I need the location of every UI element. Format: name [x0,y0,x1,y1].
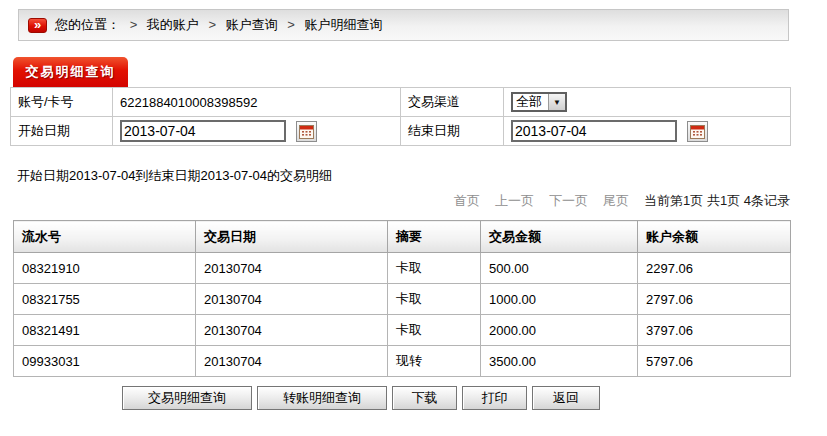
table-cell: 20130704 [196,284,388,315]
table-cell: 5797.06 [638,346,791,377]
table-cell: 卡取 [388,253,481,284]
form-row-account-channel: 账号/卡号 6221884010008398592 交易渠道 全部 ▼ [11,88,791,117]
table-row: 0832191020130704卡取500.002297.06 [14,253,791,284]
channel-selected-value: 全部 [513,94,548,110]
pagination-first-link[interactable]: 首页 [454,192,480,210]
table-cell: 20130704 [196,315,388,346]
table-row: 0832149120130704卡取2000.003797.06 [14,315,791,346]
breadcrumb-item-my-account[interactable]: 我的账户 [147,17,199,32]
start-date-label: 开始日期 [11,117,113,146]
download-button[interactable]: 下载 [392,386,457,410]
table-cell: 500.00 [481,253,638,284]
table-cell: 20130704 [196,346,388,377]
pagination: 首页 上一页 下一页 尾页 当前第1页 共1页 4条记录 [439,192,790,210]
pagination-last-link[interactable]: 尾页 [603,192,629,210]
pagination-prev-link[interactable]: 上一页 [495,192,534,210]
double-chevron-icon: » [28,18,47,33]
account-number-label: 账号/卡号 [11,88,113,117]
breadcrumb-text: 您的位置： > 我的账户 > 账户查询 > 账户明细查询 [55,16,389,34]
table-cell: 2297.06 [638,253,791,284]
table-cell: 08321755 [14,284,196,315]
breadcrumb: » 您的位置： > 我的账户 > 账户查询 > 账户明细查询 [18,9,789,41]
breadcrumb-item-account-detail-query: 账户明细查询 [305,17,383,32]
breadcrumb-item-account-query[interactable]: 账户查询 [226,17,278,32]
table-header-row: 流水号 交易日期 摘要 交易金额 账户余额 [14,221,791,253]
transaction-table: 流水号 交易日期 摘要 交易金额 账户余额 0832191020130704卡取… [13,220,791,377]
header-serial-number: 流水号 [14,221,196,253]
print-button[interactable]: 打印 [462,386,527,410]
breadcrumb-location-label: 您的位置： [55,17,120,32]
table-cell: 3797.06 [638,315,791,346]
header-abstract: 摘要 [388,221,481,253]
table-cell: 卡取 [388,315,481,346]
header-transaction-date: 交易日期 [196,221,388,253]
breadcrumb-separator: > [208,17,216,32]
table-row: 0832175520130704卡取1000.002797.06 [14,284,791,315]
table-cell: 08321491 [14,315,196,346]
pagination-next-link[interactable]: 下一页 [549,192,588,210]
calendar-icon [299,124,314,139]
action-button-row: 交易明细查询 转账明细查询 下载 打印 返回 [122,386,600,410]
transaction-detail-query-button[interactable]: 交易明细查询 [122,386,252,410]
table-cell: 现转 [388,346,481,377]
table-cell: 1000.00 [481,284,638,315]
pagination-status: 当前第1页 共1页 4条记录 [644,192,790,210]
table-row: 0993303120130704现转3500.005797.06 [14,346,791,377]
transfer-detail-query-button[interactable]: 转账明细查询 [257,386,387,410]
end-date-calendar-button[interactable] [687,121,708,142]
form-row-dates: 开始日期 结束日期 [11,117,791,146]
table-cell: 08321910 [14,253,196,284]
query-form: 账号/卡号 6221884010008398592 交易渠道 全部 ▼ 开始日期 [10,87,791,146]
chevron-down-icon[interactable]: ▼ [548,94,565,110]
end-date-label: 结束日期 [401,117,504,146]
account-detail-query-page: » 您的位置： > 我的账户 > 账户查询 > 账户明细查询 交易明细查询 账号… [0,0,827,436]
calendar-icon [690,124,705,139]
breadcrumb-separator: > [287,17,295,32]
table-cell: 09933031 [14,346,196,377]
table-cell: 卡取 [388,284,481,315]
header-account-balance: 账户余额 [638,221,791,253]
channel-select[interactable]: 全部 ▼ [511,92,567,112]
back-button[interactable]: 返回 [532,386,600,410]
header-transaction-amount: 交易金额 [481,221,638,253]
tab-transaction-detail-query[interactable]: 交易明细查询 [13,57,128,87]
start-date-calendar-button[interactable] [296,121,317,142]
table-cell: 3500.00 [481,346,638,377]
table-cell: 2797.06 [638,284,791,315]
table-cell: 2000.00 [481,315,638,346]
table-cell: 20130704 [196,253,388,284]
query-summary-text: 开始日期2013-07-04到结束日期2013-07-04的交易明细 [17,167,332,185]
start-date-input[interactable] [120,120,286,142]
breadcrumb-separator: > [130,17,138,32]
account-number-value: 6221884010008398592 [113,88,401,117]
end-date-input[interactable] [511,120,677,142]
channel-label: 交易渠道 [401,88,504,117]
